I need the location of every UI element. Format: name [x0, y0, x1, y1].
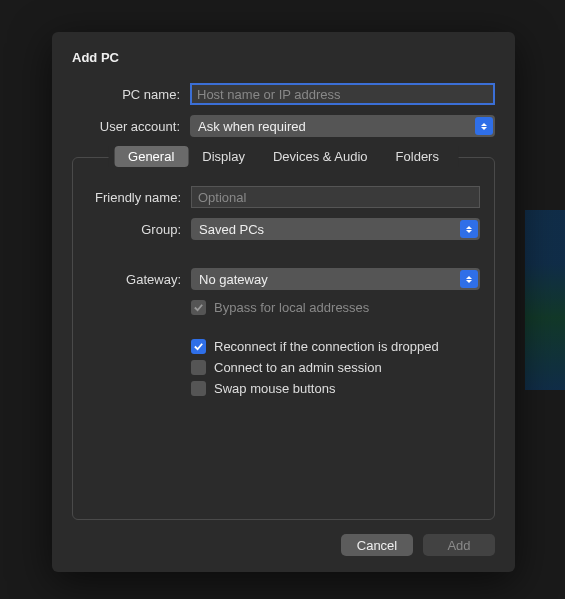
- add-button[interactable]: Add: [423, 534, 495, 556]
- cancel-button[interactable]: Cancel: [341, 534, 413, 556]
- updown-icon: [460, 220, 478, 238]
- user-account-select[interactable]: Ask when required: [190, 115, 495, 137]
- friendly-name-label: Friendly name:: [87, 190, 191, 205]
- user-account-value: Ask when required: [198, 119, 306, 134]
- reconnect-label: Reconnect if the connection is dropped: [214, 339, 439, 354]
- group-label: Group:: [87, 222, 191, 237]
- settings-tab-container: General Display Devices & Audio Folders …: [72, 157, 495, 520]
- admin-label: Connect to an admin session: [214, 360, 382, 375]
- updown-icon: [460, 270, 478, 288]
- tab-bar: General Display Devices & Audio Folders: [108, 146, 459, 167]
- dialog-title: Add PC: [72, 50, 495, 65]
- swap-checkbox-row[interactable]: Swap mouse buttons: [191, 381, 480, 396]
- gateway-value: No gateway: [199, 272, 268, 287]
- gateway-select[interactable]: No gateway: [191, 268, 480, 290]
- bypass-checkbox-row: Bypass for local addresses: [191, 300, 480, 315]
- pc-name-label: PC name:: [72, 87, 190, 102]
- swap-checkbox[interactable]: [191, 381, 206, 396]
- friendly-name-input[interactable]: [191, 186, 480, 208]
- bypass-label: Bypass for local addresses: [214, 300, 369, 315]
- dialog-button-bar: Cancel Add: [72, 534, 495, 556]
- bypass-checkbox: [191, 300, 206, 315]
- gateway-label: Gateway:: [87, 272, 191, 287]
- reconnect-checkbox-row[interactable]: Reconnect if the connection is dropped: [191, 339, 480, 354]
- reconnect-checkbox[interactable]: [191, 339, 206, 354]
- swap-label: Swap mouse buttons: [214, 381, 335, 396]
- admin-checkbox[interactable]: [191, 360, 206, 375]
- updown-icon: [475, 117, 493, 135]
- tab-general[interactable]: General: [114, 146, 188, 167]
- tab-folders[interactable]: Folders: [382, 146, 453, 167]
- user-account-label: User account:: [72, 119, 190, 134]
- desktop-background-strip: [525, 210, 565, 390]
- group-value: Saved PCs: [199, 222, 264, 237]
- tab-devices[interactable]: Devices & Audio: [259, 146, 382, 167]
- admin-checkbox-row[interactable]: Connect to an admin session: [191, 360, 480, 375]
- pc-name-input[interactable]: [190, 83, 495, 105]
- tab-display[interactable]: Display: [188, 146, 259, 167]
- group-select[interactable]: Saved PCs: [191, 218, 480, 240]
- add-pc-dialog: Add PC PC name: User account: Ask when r…: [52, 32, 515, 572]
